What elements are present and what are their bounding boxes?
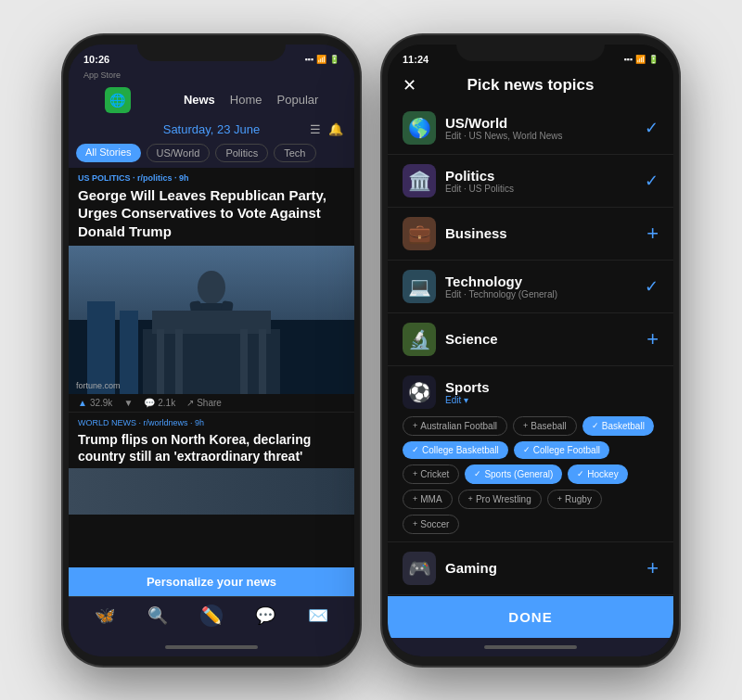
article1-headline[interactable]: George Will Leaves Republican Party, Urg… — [69, 185, 354, 247]
filter-politics[interactable]: Politics — [215, 144, 268, 162]
close-button[interactable]: ✕ — [403, 75, 416, 95]
science-icon: 🔬 — [403, 323, 436, 356]
article1-image: fortune.com — [69, 246, 354, 394]
nav-tab-home[interactable]: Home — [230, 93, 262, 107]
svg-rect-15 — [259, 329, 266, 394]
filter-us-world[interactable]: US/World — [147, 144, 211, 162]
nav-icon-compose[interactable]: ✏️ — [200, 605, 223, 627]
article2-headline[interactable]: Trump flips on North Korea, declaring co… — [69, 429, 354, 468]
gaming-icon: 🎮 — [403, 552, 436, 585]
chip-college-football[interactable]: ✓ College Football — [514, 441, 609, 459]
nav-icon-chat[interactable]: 💬 — [254, 605, 276, 627]
chip-plus-icon: + — [413, 421, 417, 430]
science-plus[interactable]: + — [646, 327, 659, 351]
gaming-plus[interactable]: + — [646, 556, 659, 580]
done-button[interactable]: DONE — [388, 596, 673, 638]
sports-edit[interactable]: Edit ▾ — [445, 395, 659, 405]
chip-rugby[interactable]: + Rugby — [547, 490, 602, 509]
politics-check[interactable]: ✓ — [645, 171, 659, 191]
topic-item-business[interactable]: 💼 Business + — [388, 208, 673, 261]
chip-label: Cricket — [420, 469, 449, 479]
politics-info: Politics Edit · US Politics — [445, 168, 645, 194]
chip-check-icon: ✓ — [577, 469, 584, 478]
usworld-name: US/World — [445, 115, 645, 131]
share-icon: ↗ — [186, 398, 194, 408]
topics-header: ✕ Pick news topics — [388, 69, 673, 102]
gaming-name: Gaming — [445, 560, 646, 576]
chip-plus-icon: + — [413, 519, 417, 528]
business-plus[interactable]: + — [646, 222, 659, 246]
technology-info: Technology Edit · Technology (General) — [445, 274, 645, 299]
filter-all-stories[interactable]: All Stories — [76, 144, 141, 162]
topics-title: Pick news topics — [467, 76, 595, 95]
topic-item-politics[interactable]: 🏛️ Politics Edit · US Politics ✓ — [388, 155, 673, 208]
personalize-bar[interactable]: Personalize your news — [69, 567, 354, 596]
battery-icon: 🔋 — [329, 55, 339, 64]
nav-tab-popular[interactable]: Popular — [277, 93, 319, 107]
article1-image-svg — [69, 246, 354, 394]
usworld-check[interactable]: ✓ — [645, 118, 659, 138]
phone1-status-icons: ▪▪▪ 📶 🔋 — [304, 55, 339, 64]
business-info: Business — [445, 225, 646, 241]
topic-item-gaming[interactable]: 🎮 Gaming + — [388, 542, 673, 595]
phone2-battery-icon: 🔋 — [648, 55, 659, 64]
phone2-time: 11:24 — [403, 54, 429, 65]
downvote-action[interactable]: ▼ — [123, 398, 133, 408]
chip-soccer[interactable]: + Soccer — [403, 515, 459, 534]
chip-label: Baseball — [531, 421, 566, 431]
chip-hockey[interactable]: ✓ Hockey — [568, 465, 627, 484]
usworld-edit[interactable]: Edit — [445, 131, 461, 141]
article1-actions: ▲ 32.9k ▼ 💬 2.1k ↗ Share — [69, 394, 354, 413]
sports-section: ⚽ Sports Edit ▾ + Australian Football + — [388, 366, 673, 542]
sports-chips: + Australian Football + Baseball ✓ Baske… — [388, 413, 673, 541]
bell-icon[interactable]: 🔔 — [328, 122, 343, 136]
politics-name: Politics — [445, 168, 645, 184]
chip-label: College Basketball — [422, 445, 499, 455]
comments-icon: 💬 — [144, 398, 155, 408]
comments-action[interactable]: 💬 2.1k — [144, 398, 175, 408]
share-action[interactable]: ↗ Share — [186, 398, 222, 408]
comments-count: 2.1k — [158, 398, 175, 408]
chip-label: Sports (General) — [484, 469, 553, 479]
technology-edit[interactable]: Edit — [445, 289, 461, 299]
topics-list: 🌎 US/World Edit · US News, World News ✓ … — [388, 102, 673, 596]
chip-label: Soccer — [420, 519, 449, 529]
politics-edit[interactable]: Edit — [445, 184, 461, 194]
phone1-time: 10:26 — [83, 54, 109, 65]
nav-icon-search[interactable]: 🔍 — [147, 605, 169, 627]
phone1-nav-bar: 🌐 News Home Popular — [69, 82, 354, 119]
technology-subreddit: Technology (General) — [468, 289, 557, 299]
chip-label: Rugby — [565, 494, 592, 504]
chip-check-icon: ✓ — [474, 469, 481, 478]
list-icon[interactable]: ☰ — [310, 122, 321, 136]
filter-tech[interactable]: Tech — [274, 144, 315, 162]
sports-info: Sports Edit ▾ — [445, 379, 659, 405]
phone-news-feed: 10:26 ▪▪▪ 📶 🔋 App Store 🌐 News Home — [63, 35, 360, 666]
phone2-home-bar — [484, 645, 577, 649]
upvote-icon: ▲ — [78, 398, 87, 408]
svg-rect-12 — [157, 329, 164, 394]
upvote-action[interactable]: ▲ 32.9k — [78, 398, 112, 408]
chip-label: College Football — [533, 445, 600, 455]
chip-mma[interactable]: + MMA — [403, 490, 453, 509]
nav-tabs: News Home Popular — [184, 93, 318, 107]
topic-item-technology[interactable]: 💻 Technology Edit · Technology (General)… — [388, 261, 673, 313]
nav-icon-mail[interactable]: ✉️ — [307, 605, 329, 627]
chip-baseball[interactable]: + Baseball — [513, 416, 577, 436]
chip-college-basketball[interactable]: ✓ College Basketball — [403, 441, 508, 459]
chip-sports-general[interactable]: ✓ Sports (General) — [465, 465, 562, 484]
filter-bar: All Stories US/World Politics Tech — [69, 140, 354, 168]
nav-icon-feed[interactable]: 🦋 — [94, 605, 116, 627]
chip-cricket[interactable]: + Cricket — [403, 465, 459, 484]
phone2-signal-icon: ▪▪▪ — [623, 55, 633, 64]
phone-news-topics: 11:24 ▪▪▪ 📶 🔋 ✕ Pick news topics 🌎 US — [382, 35, 679, 666]
chip-australian-football[interactable]: + Australian Football — [403, 416, 507, 436]
topic-item-usworld[interactable]: 🌎 US/World Edit · US News, World News ✓ — [388, 102, 673, 155]
app-icon-symbol: 🌐 — [109, 93, 125, 108]
chip-basketball[interactable]: ✓ Basketball — [582, 416, 654, 436]
nav-tab-news[interactable]: News — [184, 93, 215, 107]
topic-item-science[interactable]: 🔬 Science + — [388, 313, 673, 366]
chip-pro-wrestling[interactable]: + Pro Wrestling — [458, 490, 542, 509]
technology-check[interactable]: ✓ — [645, 276, 659, 297]
phones-container: 10:26 ▪▪▪ 📶 🔋 App Store 🌐 News Home — [63, 35, 679, 666]
